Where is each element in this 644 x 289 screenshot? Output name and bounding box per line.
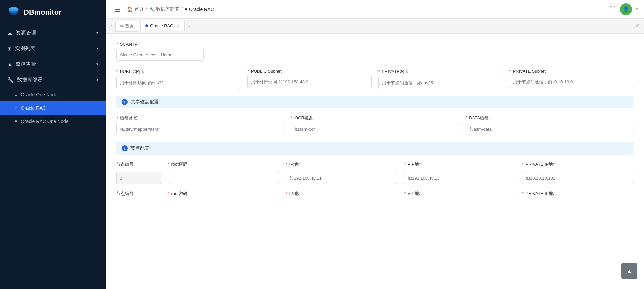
- private-subnet-label: * PRIVATE Subnet: [509, 69, 633, 74]
- node-row-1: [116, 172, 633, 184]
- grid-icon: ⊞: [7, 46, 12, 52]
- menu-icon-small: ≡: [185, 7, 187, 12]
- public-nic-label: * PUBLIC网卡: [116, 69, 240, 75]
- avatar-dropdown-arrow[interactable]: ▾: [636, 7, 638, 11]
- content-area: * SCAN IP * PUBLIC网卡 * PUBLIC Subnet: [106, 34, 644, 289]
- scan-ip-section: * SCAN IP: [116, 42, 204, 61]
- disk-section: * 磁盘路径 * OCR磁盘 * DATA磁盘: [116, 115, 633, 135]
- breadcrumb-db-deploy[interactable]: 🔧 数据库部署: [149, 6, 179, 12]
- private-nic-group: * PRIVATE网卡: [378, 69, 502, 89]
- vip-addr-header: * VIP地址: [404, 161, 515, 169]
- vip-addr-header-2: * VIP地址: [404, 191, 515, 199]
- disk-path-input[interactable]: [116, 123, 284, 135]
- sidebar-item-resource[interactable]: ☁ 资源管理 ▾: [0, 25, 106, 41]
- sidebar-item-instances[interactable]: ⊞ 实例列表 ▾: [0, 41, 106, 56]
- avatar-button[interactable]: 👤: [620, 3, 632, 15]
- public-nic-input[interactable]: [116, 77, 240, 89]
- public-subnet-group: * PUBLIC Subnet: [247, 69, 371, 89]
- sidebar-submenu-db-deploy: ≡ Oracle One Node ≡ Oracle RAC ≡ Oracle …: [0, 88, 106, 128]
- breadcrumb-home[interactable]: 🏠 首页: [127, 6, 144, 12]
- node-1-private-ip-group: [522, 172, 633, 184]
- public-subnet-label: * PUBLIC Subnet: [247, 69, 371, 74]
- db-monitor-logo-icon: [7, 6, 20, 19]
- private-nic-label: * PRIVATE网卡: [378, 69, 502, 75]
- node-1-pwd-input[interactable]: [168, 172, 279, 184]
- topbar-right: ⛶ 👤 ▾: [610, 3, 638, 15]
- alert-icon: ▲: [7, 61, 12, 67]
- root-pwd-header-2: * root密码: [168, 191, 279, 199]
- scan-ip-field-group: * SCAN IP: [116, 42, 204, 61]
- info-icon-disk: i: [122, 99, 128, 105]
- sidebar-item-oracle-rac[interactable]: ≡ Oracle RAC: [0, 101, 106, 115]
- node-1-vip-input[interactable]: [404, 172, 515, 184]
- breadcrumb: 🏠 首页 / 🔧 数据库部署 / ≡ Oracle RAC: [127, 6, 214, 12]
- node-1-num-group: [116, 172, 161, 184]
- breadcrumb-sep-2: /: [181, 7, 183, 12]
- node-num-header: 节点编号: [116, 161, 161, 169]
- chevron-down-icon: ▾: [96, 31, 98, 35]
- sidebar-item-db-deploy[interactable]: 🔧 数据库部署 ▾: [0, 72, 106, 88]
- scan-ip-label: * SCAN IP: [116, 42, 204, 47]
- tab-oracle-rac[interactable]: Oracle RAC ✕: [140, 21, 184, 31]
- node-1-vip-group: [404, 172, 515, 184]
- tab-close-button[interactable]: ✕: [177, 24, 180, 28]
- menu-icon: ≡: [15, 105, 17, 111]
- wrench-icon-small: 🔧: [149, 7, 155, 12]
- tab-next-button[interactable]: ›: [186, 23, 192, 29]
- hamburger-button[interactable]: ☰: [112, 4, 123, 15]
- info-icon-node: i: [122, 145, 128, 151]
- private-subnet-input[interactable]: [509, 76, 633, 88]
- node-1-ip-group: [286, 172, 397, 184]
- node-config-banner: i 节点配置: [116, 142, 633, 155]
- tab-close-all-button[interactable]: ✕: [633, 23, 641, 29]
- breadcrumb-current: ≡ Oracle RAC: [185, 7, 214, 12]
- sidebar-item-monitor[interactable]: ▲ 监控告警 ▾: [0, 56, 106, 72]
- data-disk-label: * DATA磁盘: [466, 115, 633, 121]
- home-icon: 🏠: [127, 7, 133, 12]
- ocr-disk-group: * OCR磁盘: [291, 115, 459, 135]
- chevron-down-icon: ▾: [96, 46, 98, 51]
- chevron-down-icon: ▾: [96, 62, 98, 66]
- ocr-disk-input[interactable]: [291, 123, 459, 135]
- breadcrumb-sep-1: /: [146, 7, 147, 12]
- tab-dot-oracle-rac: [145, 24, 148, 27]
- sidebar: DBmonitor ☁ 资源管理 ▾ ⊞ 实例列表 ▾ ▲ 监控告警 ▾ 🔧 数…: [0, 0, 106, 289]
- node-1-private-ip-input[interactable]: [522, 172, 633, 184]
- root-pwd-header: * root密码: [168, 161, 279, 169]
- node-num-header-2: 节点编号: [116, 191, 161, 199]
- disk-path-group: * 磁盘路径: [116, 115, 284, 135]
- tab-dot-home: [120, 25, 123, 27]
- topbar: ☰ 🏠 首页 / 🔧 数据库部署 / ≡ Oracle RAC ⛶ 👤 ▾: [106, 0, 644, 19]
- ocr-disk-label: * OCR磁盘: [291, 115, 459, 121]
- ip-addr-header-2: * IP地址: [286, 191, 397, 199]
- node-1-ip-input[interactable]: [286, 172, 397, 184]
- sidebar-logo: DBmonitor: [0, 0, 106, 25]
- sidebar-item-oracle-one-node[interactable]: ≡ Oracle One Node: [0, 88, 106, 101]
- network-section: * PUBLIC网卡 * PUBLIC Subnet * PRIVATE网卡: [116, 69, 633, 89]
- sidebar-item-oracle-rac-one-node[interactable]: ≡ Oracle RAC One Node: [0, 115, 106, 128]
- scroll-top-button[interactable]: ▲: [621, 263, 637, 279]
- avatar-icon: 👤: [623, 6, 629, 12]
- public-nic-group: * PUBLIC网卡: [116, 69, 240, 89]
- node-1-pwd-group: [168, 172, 279, 184]
- shared-disk-banner: i 共享磁盘配置: [116, 96, 633, 108]
- scan-ip-input[interactable]: [116, 49, 204, 61]
- node-row-2-header: 节点编号 * root密码 * IP地址 * VIP地址: [116, 191, 633, 199]
- menu-icon: ≡: [15, 92, 17, 97]
- menu-icon: ≡: [15, 119, 17, 124]
- tabbar: ‹ 首页 Oracle RAC ✕ › ✕: [106, 19, 644, 34]
- data-disk-input[interactable]: [466, 123, 633, 135]
- node-section-headers: 节点编号 * root密码 * IP地址 * VIP地址: [116, 161, 633, 169]
- tab-prev-button[interactable]: ‹: [108, 23, 114, 29]
- cloud-icon: ☁: [7, 30, 12, 36]
- private-subnet-group: * PRIVATE Subnet: [509, 69, 633, 89]
- disk-path-label: * 磁盘路径: [116, 115, 284, 121]
- main-area: ☰ 🏠 首页 / 🔧 数据库部署 / ≡ Oracle RAC ⛶ 👤 ▾: [106, 0, 644, 289]
- private-nic-input[interactable]: [378, 77, 502, 89]
- node-1-num-input[interactable]: [116, 172, 161, 184]
- public-subnet-input[interactable]: [247, 76, 371, 88]
- tab-home[interactable]: 首页: [115, 21, 139, 32]
- fullscreen-button[interactable]: ⛶: [610, 6, 616, 13]
- chevron-up-icon: ▾: [96, 78, 98, 82]
- ip-addr-header: * IP地址: [286, 161, 397, 169]
